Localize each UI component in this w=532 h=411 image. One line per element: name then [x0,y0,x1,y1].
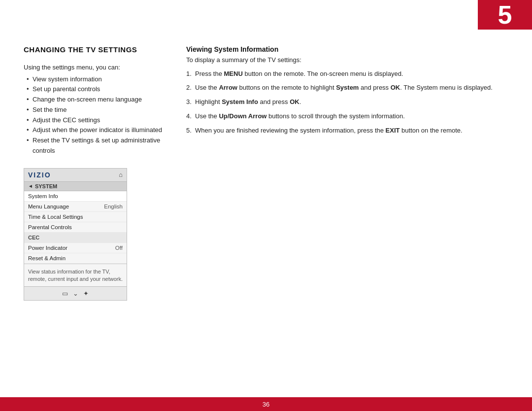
bullet-list: View system information Set up parental … [26,74,171,156]
step-4: 4. Use the Up/Down Arrow buttons to scro… [186,111,512,122]
list-item: Adjust the CEC settings [26,115,171,126]
step-num: 1. [186,69,192,79]
step-5: 5. When you are finished reviewing the s… [186,126,512,136]
settings-icon: ✦ [83,290,89,297]
page-number: 36 [263,401,269,408]
item-label: Power Indicator [28,245,67,251]
section-title: CHANGING THE TV SETTINGS [24,45,171,54]
step-num: 3. [186,97,192,107]
left-arrow-icon: ◄ [28,183,33,189]
step-num: 5. [186,126,192,136]
system-label: SYSTEM [35,183,57,189]
item-label: Menu Language [28,204,69,209]
list-item: Set the time [26,105,171,115]
list-item: Reset the TV settings & set up administr… [26,136,171,156]
steps-list: 1. Press the MENU button on the remote. … [186,69,512,136]
step-2: 2. Use the Arrow buttons on the remote t… [186,83,512,93]
item-label: System Info [28,193,58,199]
step-3: 3. Highlight System Info and press OK. [186,97,512,107]
tv-menu-description: View status information for the TV, remo… [24,264,127,286]
chapter-badge: 5 [478,0,532,30]
list-item: Change the on-screen menu language [26,95,171,105]
tv-menu-header: VIZIO ⌂ [24,169,127,182]
item-value: Off [115,245,123,251]
bold-ok: OK [391,84,400,91]
viewing-intro: To display a summary of the TV settings: [186,55,512,65]
bold-system-info: System Info [222,98,258,105]
bold-arrow: Arrow [219,84,237,91]
right-column: Viewing System Information To display a … [186,45,512,387]
main-content: CHANGING THE TV SETTINGS Using the setti… [0,30,532,397]
left-column: CHANGING THE TV SETTINGS Using the setti… [24,45,171,387]
bold-menu: MENU [224,70,243,77]
tv-menu-footer: ▭ ⌄ ✦ [24,286,127,300]
item-label: Time & Local Settings [28,214,83,220]
tv-menu-item-reset-admin: Reset & Admin [24,253,127,264]
list-item: Set up parental controls [26,84,171,95]
item-label: Parental Controls [28,224,72,230]
step-num: 2. [186,83,192,93]
tv-menu-item-menu-language: Menu Language English [24,202,127,212]
vizio-logo: VIZIO [28,171,51,179]
list-item: Adjust when the power indicator is illum… [26,125,171,136]
menu-icon: ▭ [62,290,68,297]
step-num: 4. [186,111,192,122]
bold-system: System [336,84,359,91]
item-label: CEC [28,235,39,240]
intro-text: Using the settings menu, you can: [24,63,171,72]
item-value: English [104,204,123,209]
tv-menu-item-parental: Parental Controls [24,222,127,233]
home-icon: ⌂ [119,171,123,178]
tv-menu-screenshot: VIZIO ⌂ ◄ SYSTEM System Info Menu Langua… [24,168,127,301]
tv-menu-system-bar: ◄ SYSTEM [24,182,127,191]
tv-menu-items: System Info Menu Language English Time &… [24,191,127,264]
step-1: 1. Press the MENU button on the remote. … [186,69,512,79]
tv-menu-section-cec: CEC [24,233,127,243]
bold-updown-arrow: Up/Down Arrow [219,112,266,120]
tv-menu-item-time-local: Time & Local Settings [24,212,127,222]
chapter-number: 5 [498,2,512,28]
bold-exit: EXIT [386,127,400,134]
viewing-system-title: Viewing System Information [186,45,512,53]
tv-menu-item-power-indicator: Power Indicator Off [24,243,127,253]
item-label: Reset & Admin [28,255,66,261]
bold-ok2: OK [290,98,299,105]
down-arrow-icon: ⌄ [73,290,78,297]
list-item: View system information [26,74,171,85]
bottom-bar: 36 [0,397,532,411]
tv-menu-item-system-info: System Info [24,191,127,202]
